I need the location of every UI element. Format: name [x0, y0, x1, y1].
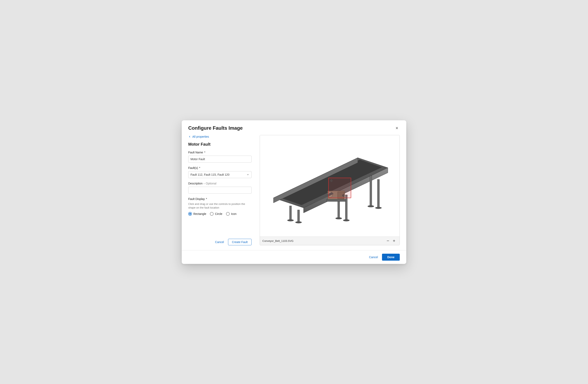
dialog-cancel-button[interactable]: Cancel: [369, 256, 378, 259]
svg-point-14: [368, 205, 374, 207]
radio-rectangle[interactable]: Rectangle: [188, 212, 206, 216]
description-field: Description – Optional: [188, 182, 252, 194]
fault-display-radio-group: Rectangle Circle Icon: [188, 212, 252, 216]
plus-icon: [392, 239, 396, 243]
svg-rect-9: [378, 179, 379, 208]
description-input[interactable]: [188, 187, 252, 194]
radio-indicator: [210, 212, 213, 216]
svg-rect-8: [370, 176, 372, 206]
radio-indicator: [226, 212, 230, 216]
form-actions: Cancel Create Fault: [188, 227, 252, 245]
chevron-left-icon: [188, 135, 191, 138]
chevron-down-icon: [246, 173, 249, 176]
svg-point-15: [375, 207, 382, 209]
zoom-in-button[interactable]: [391, 238, 397, 244]
faults-select-field: Fault(s) * Fault 112, Fault 115, Fault 1…: [188, 166, 252, 178]
canvas-filename: Conveyor_Belt_1103.SVG: [262, 239, 294, 242]
fault-display-label: Fault Display *: [188, 197, 252, 201]
fault-name-input[interactable]: [188, 156, 252, 163]
section-title: Motor Fault: [188, 142, 252, 147]
svg-rect-4: [290, 206, 292, 220]
close-button[interactable]: [394, 125, 400, 131]
fault-region-overlay[interactable]: [328, 178, 351, 198]
dialog-body: All properties Motor Fault Fault Name * …: [182, 131, 406, 250]
svg-rect-7: [345, 195, 348, 220]
svg-rect-5: [298, 210, 300, 222]
svg-point-10: [288, 219, 294, 221]
form-panel: All properties Motor Fault Fault Name * …: [188, 135, 252, 245]
image-canvas[interactable]: [260, 135, 399, 236]
description-label: Description – Optional: [188, 182, 252, 185]
create-fault-button[interactable]: Create Fault: [228, 239, 252, 245]
radio-indicator: [188, 212, 192, 216]
fault-display-field: Fault Display * Click and drag or use th…: [188, 197, 252, 216]
fault-name-label: Fault Name *: [188, 151, 252, 154]
svg-point-13: [343, 219, 350, 221]
svg-rect-20: [327, 199, 346, 201]
close-icon: [395, 126, 399, 130]
faults-selected-text: Fault 112, Fault 115, Fault 120: [190, 173, 230, 176]
svg-point-11: [295, 221, 302, 223]
radio-circle[interactable]: Circle: [210, 212, 222, 216]
done-button[interactable]: Done: [382, 254, 400, 261]
minus-icon: [386, 239, 390, 243]
fault-display-help: Click and drag or use the controls to po…: [188, 202, 252, 210]
faults-label: Fault(s) *: [188, 166, 252, 170]
faults-select[interactable]: Fault 112, Fault 115, Fault 120: [188, 171, 252, 178]
svg-point-12: [336, 217, 342, 219]
form-cancel-button[interactable]: Cancel: [215, 240, 224, 244]
dialog-header: Configure Faults Image: [182, 120, 406, 131]
configure-faults-dialog: Configure Faults Image All properties Mo…: [182, 120, 406, 264]
back-to-all-properties-link[interactable]: All properties: [188, 135, 252, 138]
radio-icon[interactable]: Icon: [226, 212, 236, 216]
back-link-label: All properties: [192, 135, 209, 138]
canvas-footer: Conveyor_Belt_1103.SVG: [260, 236, 399, 245]
fault-name-field: Fault Name *: [188, 151, 252, 163]
dialog-title: Configure Faults Image: [188, 125, 243, 131]
move-icon: [330, 179, 333, 182]
image-canvas-panel: Conveyor_Belt_1103.SVG: [260, 135, 400, 245]
dialog-footer: Cancel Done: [182, 250, 406, 264]
zoom-out-button[interactable]: [385, 238, 391, 244]
